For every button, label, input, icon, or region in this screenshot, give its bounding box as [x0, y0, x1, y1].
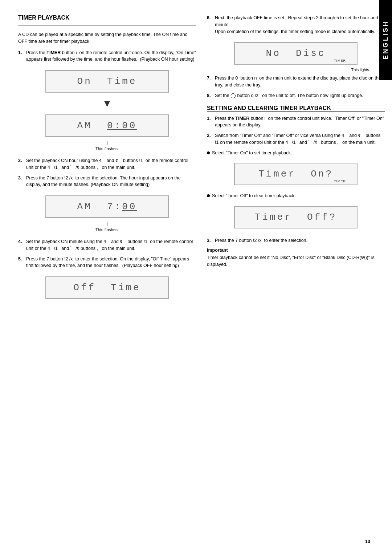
- important-text: Timer playback cannot be set if "No Disc…: [207, 254, 385, 268]
- display-timer-on-text: Timer On?: [258, 169, 333, 179]
- setting-clearing-title: SETTING AND CLEARING TIMER PLAYBACK: [207, 105, 331, 111]
- english-tab: ENGLISH: [379, 0, 392, 80]
- timer-indicator-nodisc: TIMER: [334, 59, 346, 62]
- this-lights-caption: This lights.: [207, 68, 385, 72]
- intro-text: A CD can be played at a specific time by…: [18, 31, 196, 45]
- bullet-timer-off-text: Select "Timer Off" to clear timer playba…: [212, 193, 295, 199]
- title-underline: [18, 25, 196, 25]
- display-timer-off: Timer Off?: [234, 206, 358, 228]
- bullet-dot-1: [207, 151, 210, 154]
- display-am-0-00-caption: This flashes.: [95, 146, 119, 151]
- display-timer-off-text: Timer Off?: [255, 212, 337, 223]
- arrow-down-icon: ▼: [18, 98, 196, 109]
- display-am-0-00: AM 0:00: [45, 114, 169, 137]
- step-5: 5. Press the 7 button !2 /x to enter the…: [18, 256, 196, 270]
- step-4: 4. Set the playback ON minute using the …: [18, 238, 196, 252]
- timer-playback-title: TIMER PLAYBACK: [18, 15, 196, 21]
- step-7: 7. Press the 0 button n on the main unit…: [207, 75, 385, 89]
- setting-clearing-underline: [207, 112, 385, 112]
- display-am-7-00: AM 7:00: [45, 195, 169, 218]
- display-on-time-text: On Time: [77, 76, 137, 87]
- side-tab-label: ENGLISH: [382, 20, 389, 60]
- bullet-dot-2: [207, 194, 210, 197]
- right-column: 6. Next, the playback OFF time is set. R…: [207, 15, 385, 540]
- display-am-7-00-caption: This flashes.: [95, 227, 119, 232]
- bullet-timer-on-text: Select "Timer On" to set timer playback.: [212, 150, 292, 157]
- s2-step-3: 3. Press the 7 button !2 /x to enter the…: [207, 237, 385, 244]
- display-no-disc-text: No Disc: [266, 48, 326, 59]
- important-section: Important Timer playback cannot be set i…: [207, 248, 385, 268]
- step-6: 6. Next, the playback OFF time is set. R…: [207, 15, 385, 35]
- step-3: 3. Press the 7 button !2 /x to enter the…: [18, 175, 196, 189]
- s2-step-2: 2. Switch from "Timer On" and "Timer Off…: [207, 132, 385, 146]
- page-number: 13: [365, 539, 370, 544]
- important-label: Important: [207, 248, 385, 253]
- step-1: 1. Press the TIMER button i on the remot…: [18, 49, 196, 63]
- display-off-time-text: Off Time: [73, 282, 140, 293]
- bullet-timer-on: Select "Timer On" to set timer playback.: [207, 150, 385, 157]
- display-no-disc: No Disc TIMER: [234, 42, 358, 65]
- left-column: TIMER PLAYBACK A CD can be played at a s…: [18, 15, 196, 540]
- timer-indicator-on: TIMER: [334, 179, 346, 183]
- display-timer-on: Timer On? TIMER: [234, 163, 358, 185]
- display-on-time: On Time: [45, 70, 169, 93]
- step-8: 8. Set the ◯ button q /z on the unit to …: [207, 92, 385, 99]
- display-am-7-00-text: AM 7:00: [77, 201, 137, 212]
- bullet-timer-off: Select "Timer Off" to clear timer playba…: [207, 193, 385, 199]
- timer-playback-section: TIMER PLAYBACK A CD can be played at a s…: [18, 15, 196, 303]
- step-2: 2. Set the playback ON hour using the 4 …: [18, 157, 196, 171]
- display-am-0-00-text: AM 0:00: [77, 120, 137, 131]
- display-off-time: Off Time: [45, 276, 169, 299]
- s2-step-1: 1. Press the TIMER button i on the remot…: [207, 115, 385, 129]
